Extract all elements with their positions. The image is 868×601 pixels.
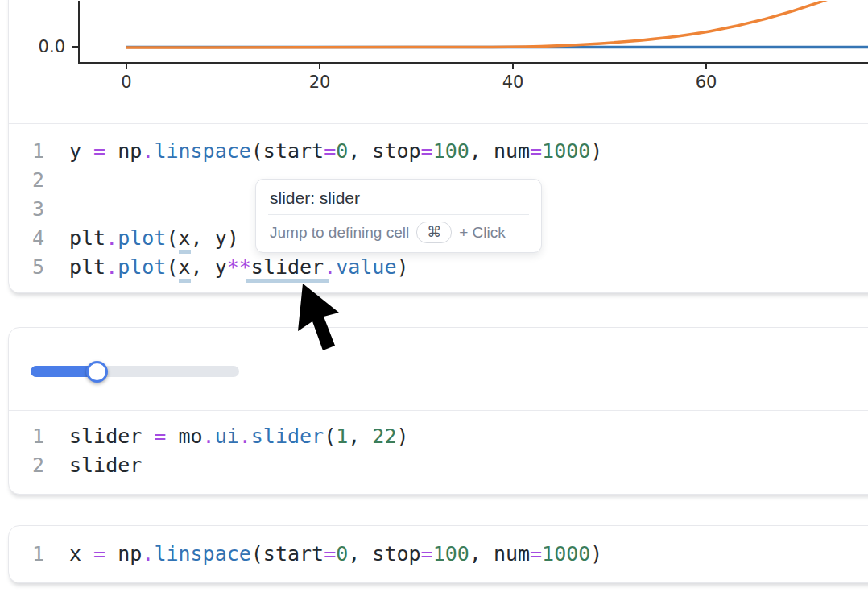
x-tick-label: 40 <box>502 73 524 92</box>
code-token: ( <box>166 255 178 279</box>
line-number: 2 <box>9 451 60 480</box>
code-token: , y) <box>191 226 239 250</box>
code-token: = <box>154 425 166 448</box>
code-token: , num <box>469 139 530 163</box>
code-line-content <box>60 166 69 195</box>
code-token: = <box>421 542 433 566</box>
series-line-orange <box>126 1 853 48</box>
code-token: 0 <box>336 139 348 163</box>
code-token: slider <box>251 425 324 448</box>
variable-tooltip: slider: slider Jump to defining cell ⌘ +… <box>255 179 542 253</box>
code-token: (start <box>251 139 324 163</box>
code-token: y <box>69 139 93 163</box>
code-editor-slider[interactable]: 1slider = mo.ui.slider(1, 22)2slider <box>9 411 868 495</box>
code-token: 1000 <box>542 542 590 566</box>
code-token: 1000 <box>542 139 590 163</box>
slider-track[interactable] <box>31 366 239 377</box>
code-token: = <box>93 139 105 163</box>
reactive-var-ref[interactable]: x <box>179 226 191 254</box>
slider-handle[interactable] <box>86 361 108 383</box>
code-token: ui <box>215 425 239 448</box>
code-token: ) <box>396 425 408 448</box>
tooltip-action-row: Jump to defining cell ⌘ + Click <box>256 215 541 252</box>
slider-output <box>9 328 868 411</box>
line-number: 2 <box>9 166 60 195</box>
code-line[interactable]: 1x = np.linspace(start=0, stop=100, num=… <box>9 540 868 569</box>
code-line-content: slider <box>60 451 142 480</box>
code-token: = <box>421 139 433 163</box>
line-number: 1 <box>9 540 60 569</box>
code-token: . <box>105 226 118 250</box>
code-token: ( <box>166 226 178 250</box>
marimo-notebook: 0.0 0 20 40 60 1y = np.linspace(start=0,… <box>0 0 868 601</box>
code-token: = <box>324 542 336 566</box>
code-line[interactable]: 1slider = mo.ui.slider(1, 22) <box>9 422 868 451</box>
code-token: . <box>105 255 118 279</box>
line-number: 1 <box>9 422 60 451</box>
code-token: linspace <box>154 542 250 566</box>
code-token: value <box>336 255 396 279</box>
code-token: . <box>324 255 336 279</box>
code-token: plt <box>69 255 105 279</box>
code-token: ) <box>590 139 602 163</box>
matplotlib-figure: 0.0 0 20 40 60 <box>9 1 868 123</box>
x-tick-label: 20 <box>309 73 331 92</box>
code-editor-x[interactable]: 1x = np.linspace(start=0, stop=100, num=… <box>9 526 868 582</box>
code-token: 100 <box>433 139 469 163</box>
code-token: . <box>239 425 251 448</box>
code-token: = <box>324 139 336 163</box>
code-line[interactable]: 2slider <box>9 451 868 480</box>
reactive-var-ref-hovered[interactable]: slider <box>246 255 329 283</box>
code-token: plot <box>118 255 166 279</box>
code-token: mo <box>166 425 202 448</box>
code-token: . <box>142 542 154 566</box>
code-token: , y <box>191 255 227 279</box>
code-token: linspace <box>154 139 250 163</box>
code-token: np <box>105 542 142 566</box>
code-token: 22 <box>372 425 396 448</box>
code-token: 0 <box>336 542 348 566</box>
code-token: , num <box>469 542 530 566</box>
tooltip-action-suffix: + Click <box>459 224 506 242</box>
code-line-content: plt.plot(x, y**slider.value) <box>60 253 409 282</box>
code-line-content: slider = mo.ui.slider(1, 22) <box>60 422 409 451</box>
tooltip-action-label: Jump to defining cell <box>270 224 409 242</box>
code-token: , stop <box>348 542 420 566</box>
code-line-content: x = np.linspace(start=0, stop=100, num=1… <box>60 540 602 569</box>
cell-slider: 1slider = mo.ui.slider(1, 22)2slider <box>8 327 868 495</box>
code-token: 100 <box>433 542 469 566</box>
code-line[interactable]: 5plt.plot(x, y**slider.value) <box>9 253 868 282</box>
x-tick-label: 60 <box>696 73 717 92</box>
y-tick-label: 0.0 <box>39 37 65 56</box>
code-token: 1 <box>336 425 348 448</box>
code-token: np <box>105 139 142 163</box>
code-token: slider <box>69 425 154 448</box>
code-token: slider <box>69 454 142 477</box>
reactive-var-ref[interactable]: x <box>179 255 191 283</box>
code-token: . <box>203 425 215 448</box>
code-token: x <box>69 542 93 566</box>
code-token: ) <box>590 542 602 566</box>
x-tick-label: 0 <box>121 73 131 92</box>
code-line[interactable]: 1y = np.linspace(start=0, stop=100, num=… <box>9 137 868 166</box>
code-token: (start <box>251 542 324 566</box>
code-token: plt <box>69 226 105 250</box>
command-key-badge: ⌘ <box>416 222 452 243</box>
code-token: . <box>142 139 154 163</box>
code-token: , stop <box>348 139 420 163</box>
code-token: = <box>93 542 105 566</box>
code-token: = <box>530 139 542 163</box>
line-number: 1 <box>9 137 60 166</box>
line-number: 4 <box>9 224 60 253</box>
code-token: plot <box>118 226 166 250</box>
cell-x: 1x = np.linspace(start=0, stop=100, num=… <box>8 525 868 583</box>
tooltip-title: slider: slider <box>256 180 541 214</box>
code-token: = <box>530 542 542 566</box>
code-token: ( <box>324 425 336 448</box>
code-line-content: y = np.linspace(start=0, stop=100, num=1… <box>60 137 602 166</box>
code-token: ) <box>396 255 408 279</box>
code-token: , <box>348 425 372 448</box>
line-number: 3 <box>9 195 60 224</box>
plot-output: 0.0 0 20 40 60 <box>9 0 868 124</box>
code-line-content: plt.plot(x, y) <box>60 224 239 253</box>
